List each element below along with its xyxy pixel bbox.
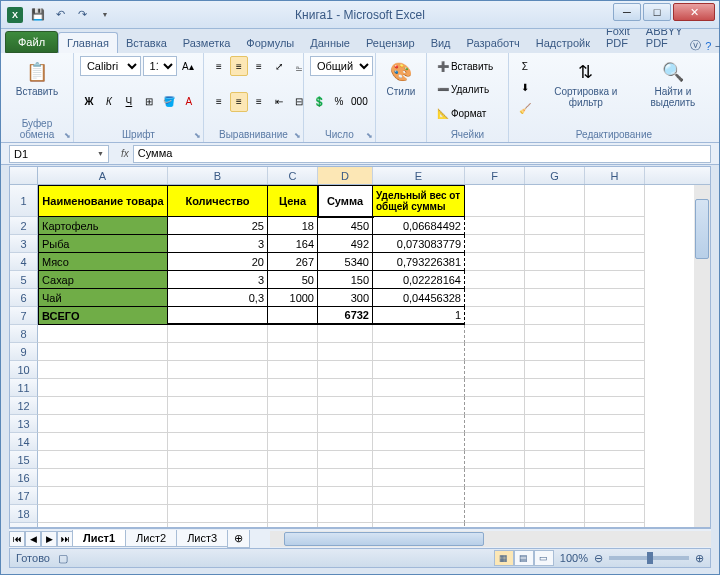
cell-sum[interactable]: 300 xyxy=(318,289,373,307)
name-box[interactable]: D1 ▼ xyxy=(9,145,109,163)
insert-cells-button[interactable]: ➕ Вставить xyxy=(433,56,502,76)
cell-weight[interactable]: 0,073083779 xyxy=(373,235,465,253)
number-launcher[interactable]: ⬊ xyxy=(366,131,373,140)
maximize-button[interactable]: □ xyxy=(643,3,671,21)
close-button[interactable]: ✕ xyxy=(673,3,715,21)
align-launcher[interactable]: ⬊ xyxy=(294,131,301,140)
total-label[interactable]: ВСЕГО xyxy=(38,307,168,325)
vertical-scrollbar[interactable] xyxy=(694,185,710,527)
orientation-button[interactable]: ⤢ xyxy=(270,56,288,76)
minimize-button[interactable]: ─ xyxy=(613,3,641,21)
row-header[interactable]: 14 xyxy=(10,433,38,451)
autosum-button[interactable]: Σ xyxy=(515,56,535,76)
tab-formulas[interactable]: Формулы xyxy=(238,33,302,53)
underline-button[interactable]: Ч xyxy=(120,92,138,112)
cell-sum[interactable]: 492 xyxy=(318,235,373,253)
worksheet-grid[interactable]: A B C D E F G H 1 Наименование товара Ко… xyxy=(9,166,711,528)
horizontal-scrollbar[interactable] xyxy=(270,531,711,547)
col-header-F[interactable]: F xyxy=(465,167,525,184)
tab-review[interactable]: Рецензир xyxy=(358,33,423,53)
tab-layout[interactable]: Разметка xyxy=(175,33,239,53)
row-header[interactable]: 8 xyxy=(10,325,38,343)
tab-data[interactable]: Данные xyxy=(302,33,358,53)
font-launcher[interactable]: ⬊ xyxy=(194,131,201,140)
help-icon[interactable]: ? xyxy=(705,40,711,52)
align-center-button[interactable]: ≡ xyxy=(230,92,248,112)
header-price[interactable]: Цена xyxy=(268,185,318,217)
cell-sum[interactable]: 450 xyxy=(318,217,373,235)
undo-button[interactable]: ↶ xyxy=(50,5,70,25)
cell-weight[interactable]: 0,02228164 xyxy=(373,271,465,289)
find-select-button[interactable]: 🔍 Найти и выделить xyxy=(633,56,713,118)
increase-font-button[interactable]: A▴ xyxy=(179,56,197,76)
sheet-nav-last[interactable]: ⏭ xyxy=(57,531,73,547)
zoom-in-button[interactable]: ⊕ xyxy=(695,552,704,565)
paste-button[interactable]: 📋 Вставить xyxy=(7,56,67,101)
sheet-tab[interactable]: Лист3 xyxy=(176,530,228,547)
align-middle-button[interactable]: ≡ xyxy=(230,56,248,76)
align-left-button[interactable]: ≡ xyxy=(210,92,228,112)
number-format-combo[interactable]: Общий xyxy=(310,56,373,76)
cell-weight[interactable]: 0,06684492 xyxy=(373,217,465,235)
macro-record-icon[interactable]: ▢ xyxy=(58,552,68,565)
percent-button[interactable]: % xyxy=(330,92,348,112)
zoom-level[interactable]: 100% xyxy=(560,552,588,564)
tab-insert[interactable]: Вставка xyxy=(118,33,175,53)
header-sum[interactable]: Сумма xyxy=(318,185,373,217)
row-header[interactable]: 19 xyxy=(10,523,38,527)
bold-button[interactable]: Ж xyxy=(80,92,98,112)
col-header-H[interactable]: H xyxy=(585,167,645,184)
fx-button[interactable]: fx xyxy=(121,148,129,159)
col-header-A[interactable]: A xyxy=(38,167,168,184)
tab-view[interactable]: Вид xyxy=(423,33,459,53)
cell-price[interactable]: 50 xyxy=(268,271,318,289)
normal-view-button[interactable]: ▦ xyxy=(494,550,514,566)
cell-name[interactable]: Чай xyxy=(38,289,168,307)
sheet-nav-first[interactable]: ⏮ xyxy=(9,531,25,547)
grid-body[interactable]: 1 Наименование товара Количество Цена Су… xyxy=(10,185,710,527)
cell-price[interactable]: 1000 xyxy=(268,289,318,307)
new-sheet-button[interactable]: ⊕ xyxy=(227,530,250,548)
row-header[interactable]: 5 xyxy=(10,271,38,289)
clear-button[interactable]: 🧹 xyxy=(515,98,535,118)
font-name-combo[interactable]: Calibri xyxy=(80,56,141,76)
row-header[interactable]: 18 xyxy=(10,505,38,523)
cell-qty[interactable]: 20 xyxy=(168,253,268,271)
cell-price[interactable]: 267 xyxy=(268,253,318,271)
sheet-nav-next[interactable]: ▶ xyxy=(41,531,57,547)
tab-addins[interactable]: Надстройк xyxy=(528,33,598,53)
tab-developer[interactable]: Разработч xyxy=(459,33,528,53)
sheet-tab[interactable]: Лист2 xyxy=(125,530,177,547)
select-all-corner[interactable] xyxy=(10,167,38,185)
cell-qty[interactable]: 0,3 xyxy=(168,289,268,307)
row-header[interactable]: 9 xyxy=(10,343,38,361)
cell-name[interactable]: Рыба xyxy=(38,235,168,253)
doc-minimize-icon[interactable]: ─ xyxy=(715,40,720,52)
file-tab[interactable]: Файл xyxy=(5,31,58,53)
cell-qty[interactable]: 25 xyxy=(168,217,268,235)
currency-button[interactable]: 💲 xyxy=(310,92,328,112)
align-bottom-button[interactable]: ≡ xyxy=(250,56,268,76)
row-header[interactable]: 15 xyxy=(10,451,38,469)
font-size-combo[interactable]: 11 xyxy=(143,56,177,76)
save-button[interactable]: 💾 xyxy=(28,5,48,25)
header-weight[interactable]: Удельный вес от общей суммы xyxy=(373,185,465,217)
cell-qty[interactable]: 3 xyxy=(168,271,268,289)
sheet-tab[interactable]: Лист1 xyxy=(72,530,126,547)
col-header-C[interactable]: C xyxy=(268,167,318,184)
delete-cells-button[interactable]: ➖ Удалить xyxy=(433,80,502,100)
cell-price[interactable]: 18 xyxy=(268,217,318,235)
total-sum[interactable]: 6732 xyxy=(318,307,373,325)
row-header[interactable]: 17 xyxy=(10,487,38,505)
row-header[interactable]: 11 xyxy=(10,379,38,397)
qat-customize[interactable]: ▼ xyxy=(94,5,114,25)
col-header-B[interactable]: B xyxy=(168,167,268,184)
formula-input[interactable]: Сумма xyxy=(133,145,711,163)
sort-filter-button[interactable]: ⇅ Сортировка и фильтр xyxy=(539,56,633,118)
cell-sum[interactable]: 150 xyxy=(318,271,373,289)
header-qty[interactable]: Количество xyxy=(168,185,268,217)
col-header-G[interactable]: G xyxy=(525,167,585,184)
redo-button[interactable]: ↷ xyxy=(72,5,92,25)
zoom-slider[interactable] xyxy=(609,556,689,560)
align-right-button[interactable]: ≡ xyxy=(250,92,268,112)
